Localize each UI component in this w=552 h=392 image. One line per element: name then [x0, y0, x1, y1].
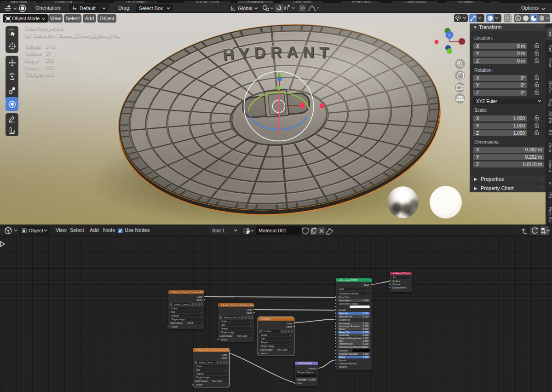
svg-text:Z: Z — [448, 33, 451, 37]
